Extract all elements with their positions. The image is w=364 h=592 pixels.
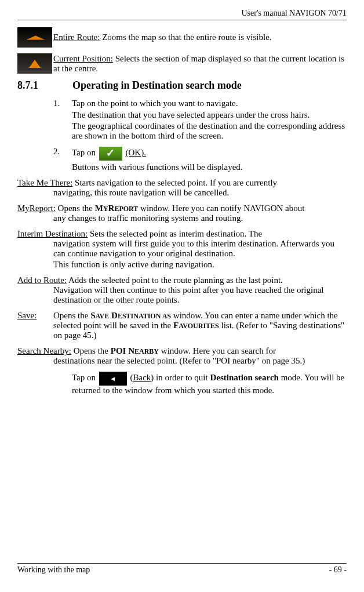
step-1-sub: The destination that you have selected a… xyxy=(72,110,347,141)
back-label: Back xyxy=(133,373,151,382)
interim-note: This function is only active during navi… xyxy=(53,260,347,270)
search-nearby-pre: Opens the xyxy=(71,346,111,355)
current-position-text: Current Position: Selects the section of… xyxy=(53,54,347,74)
step-2-sub-text: Buttons with various functions will be d… xyxy=(72,162,347,172)
save-fav: FAVOURITES xyxy=(173,321,219,330)
section-number: 8.7.1 xyxy=(17,79,72,92)
my-report-label: MyReport: xyxy=(17,204,56,213)
current-position-icon xyxy=(17,53,52,74)
add-route-inline: Adds the selected point to the route pla… xyxy=(67,275,283,285)
search-nearby: Search Nearby: Opens the POI NEARBY wind… xyxy=(17,346,347,366)
back-mid: ) in order to quit xyxy=(151,373,210,382)
take-me-there-label: Take Me There: xyxy=(17,178,72,187)
step-1-num: 1. xyxy=(53,99,72,108)
my-report: MyReport: Opens the MYREPORT window. Her… xyxy=(17,204,347,223)
add-route-label: Add to Route: xyxy=(17,275,67,285)
add-route-body: Navigation will then continue to this po… xyxy=(53,285,347,305)
entire-route-text: Entire Route: Zooms the map so that the … xyxy=(53,32,272,42)
section-header: 8.7.1 Operating in Destination search mo… xyxy=(17,79,347,92)
step-2-num: 2. xyxy=(53,147,72,161)
step-1-sub1: The destination that you have selected a… xyxy=(72,110,347,120)
my-report-inline: window. Here you can notify NAVIGON abou… xyxy=(138,204,304,213)
save-win: SAVE DESTINATION AS xyxy=(90,311,171,320)
footer-right: - 69 - xyxy=(329,565,347,575)
take-me-there: Take Me There: Starts navigation to the … xyxy=(17,178,347,198)
interim-label: Interim Destination: xyxy=(17,229,88,238)
take-me-there-inline: Starts navigation to the selected point.… xyxy=(72,178,277,187)
step-1-text: Tap on the point to which you want to na… xyxy=(72,99,347,108)
ok-icon xyxy=(99,147,122,161)
interim-destination: Interim Destination: Sets the selected p… xyxy=(17,229,347,270)
step-2-sub: Buttons with various functions will be d… xyxy=(72,162,347,172)
entire-route-desc: Zooms the map so that the entire route i… xyxy=(100,32,271,42)
step-2-text: Tap on (OK). xyxy=(72,147,347,161)
entire-route-row: Entire Route: Zooms the map so that the … xyxy=(17,27,347,48)
save-pre: Opens the xyxy=(53,311,90,320)
entire-route-icon xyxy=(17,27,52,48)
search-nearby-body: destinations near the selected point. (R… xyxy=(53,356,347,366)
search-nearby-inline: window. Here you can search for xyxy=(159,346,276,355)
save-label: Save: xyxy=(17,311,53,340)
save-body: Opens the SAVE DESTINATION AS window. Yo… xyxy=(53,311,347,340)
back-pre: Tap on xyxy=(72,373,98,382)
current-position-row: Current Position: Selects the section of… xyxy=(17,53,347,74)
footer-left: Working with the map xyxy=(17,565,90,575)
ok-label: (OK). xyxy=(126,148,146,157)
my-report-body: any changes to traffic monitoring system… xyxy=(53,213,347,223)
footer: Working with the map - 69 - xyxy=(17,563,347,575)
header-rule: User's manual NAVIGON 70/71 xyxy=(17,9,347,20)
back-step: Tap on (Back) in order to quit Destinati… xyxy=(72,372,347,395)
back-mode: Destination search xyxy=(210,373,278,382)
current-position-label: Current Position: xyxy=(53,54,113,63)
save-item: Save: Opens the SAVE DESTINATION AS wind… xyxy=(17,311,347,340)
interim-body: navigation system will first guide you t… xyxy=(53,239,347,270)
add-to-route: Add to Route: Adds the selected point to… xyxy=(17,275,347,305)
my-report-win: MYREPORT xyxy=(95,204,139,213)
header-title: User's manual NAVIGON 70/71 xyxy=(17,9,347,18)
my-report-pre: Opens the xyxy=(56,204,95,213)
step-2: 2. Tap on (OK). xyxy=(53,147,347,161)
search-nearby-label: Search Nearby: xyxy=(17,346,71,355)
step-1-sub2: The geographical coordinates of the dest… xyxy=(72,121,347,141)
back-icon xyxy=(99,372,127,386)
interim-inline: Sets the selected point as interim desti… xyxy=(88,229,262,238)
take-me-there-body: navigating, this route navigation will b… xyxy=(53,188,347,198)
section-title: Operating in Destination search mode xyxy=(72,79,242,92)
step-1: 1. Tap on the point to which you want to… xyxy=(53,99,347,108)
entire-route-label: Entire Route: xyxy=(53,32,100,42)
step-2-prefix: Tap on xyxy=(72,148,98,157)
search-nearby-win: POI NEARBY xyxy=(111,346,159,355)
